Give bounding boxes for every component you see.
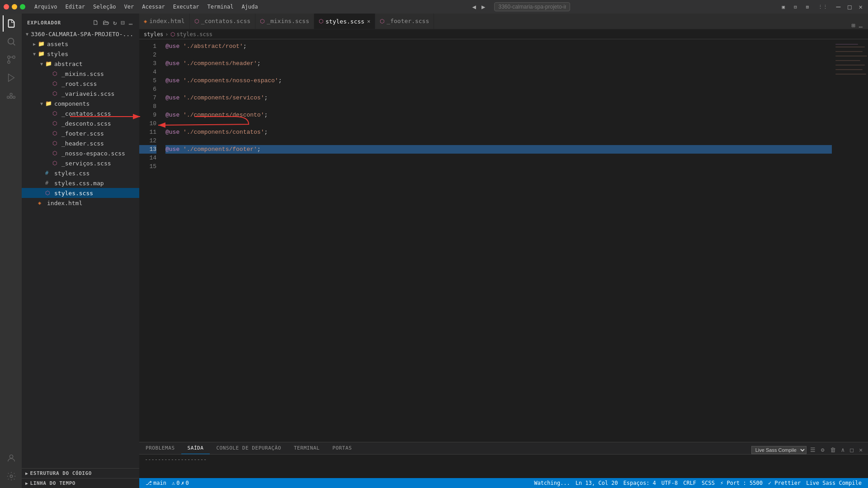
tab-mixins[interactable]: ⬡ _mixins.scss (255, 14, 314, 29)
panel-tab-portas[interactable]: PORTAS (326, 442, 358, 454)
activity-files[interactable] (3, 15, 19, 32)
panel-tab-problems-label: PROBLEMAS (146, 445, 175, 451)
section-structure[interactable]: ▶ ESTRUTURA DO CÓDIGO (22, 468, 139, 478)
nav-back-btn[interactable]: ◀ (471, 3, 478, 10)
tree-servicos[interactable]: ▶ ⬡ _serviços.scss (22, 158, 139, 168)
window-min-btn[interactable] (12, 4, 17, 9)
svg-point-4 (8, 56, 10, 59)
panel-filter-btn[interactable]: ☰ (808, 446, 817, 454)
status-spaces[interactable]: Espaços: 4 (621, 478, 659, 488)
breadcrumb-file[interactable]: ⬡ styles.scss (170, 31, 212, 38)
panel-minimize-btn[interactable]: ∧ (840, 446, 847, 454)
status-cursor[interactable]: Ln 13, Col 20 (573, 478, 621, 488)
menu-arquivo[interactable]: Arquivo (31, 3, 61, 11)
tab-contatos[interactable]: ⬡ _contatos.scss (190, 14, 256, 29)
menu-ver[interactable]: Ver (121, 3, 138, 11)
tab-close-styles-scss[interactable]: ✕ (367, 19, 370, 24)
tree-assets[interactable]: ▶ 📁 assets (22, 39, 139, 49)
status-branch[interactable]: ⎇ main (143, 478, 169, 488)
tree-variaveis[interactable]: ▶ ⬡ _variaveis.scss (22, 89, 139, 99)
tab-footer[interactable]: ⬡ _footer.scss (375, 14, 434, 29)
activity-source-control[interactable] (3, 52, 19, 68)
activity-settings[interactable] (3, 468, 19, 484)
status-live-sass[interactable]: Live Sass Compile (803, 478, 864, 488)
menu-terminal[interactable]: Terminal (204, 3, 237, 11)
status-errors[interactable]: ⚠ 0 ✗ 0 (169, 478, 192, 488)
menu-acessar[interactable]: Acessar (138, 3, 169, 11)
svg-rect-19 (835, 74, 866, 75)
code-content[interactable]: @use './abstract/root'; @use './componen… (162, 42, 832, 439)
panel-tab-console[interactable]: CONSOLE DE DEPURAÇÃO (210, 442, 287, 454)
new-file-btn[interactable]: 🗋 (91, 18, 100, 27)
search-input[interactable] (494, 2, 570, 11)
tree-styles-scss[interactable]: ▶ ⬡ styles.scss (22, 188, 139, 198)
status-port[interactable]: ⚡ Port : 5500 (717, 478, 765, 488)
tree-contatos[interactable]: ▶ ⬡ _contatos.scss (22, 108, 139, 118)
panel-maximize-btn[interactable]: □ (848, 446, 855, 454)
minimize-btn[interactable]: ─ (834, 3, 842, 11)
layout-icon-4[interactable]: ⋮⋮ (815, 3, 830, 11)
more-tabs-btn[interactable]: … (857, 22, 864, 29)
tree-abstract[interactable]: ▼ 📁 abstract (22, 59, 139, 69)
window-close-btn[interactable] (4, 4, 9, 9)
status-language[interactable]: SCSS (699, 478, 717, 488)
tab-index-html[interactable]: ◈ index.html (139, 14, 190, 29)
git-branch-icon: ⎇ (146, 480, 152, 486)
activity-debug[interactable] (3, 70, 19, 86)
tree-styles[interactable]: ▼ 📁 styles (22, 49, 139, 59)
window-controls: ▣ ⊟ ⊞ ⋮⋮ ─ □ ✕ (779, 3, 864, 11)
status-encoding[interactable]: UTF-8 (659, 478, 680, 488)
menu-selecao[interactable]: Seleção (90, 3, 120, 11)
tab-styles-scss[interactable]: ⬡ styles.scss ✕ (314, 14, 375, 29)
panel-clear-btn[interactable]: 🗑 (828, 446, 838, 454)
tree-styles-css[interactable]: ▶ # styles.css (22, 168, 139, 178)
collapse-all-btn[interactable]: ⊟ (120, 18, 126, 27)
tree-styles-css-map[interactable]: ▶ # styles.css.map (22, 178, 139, 188)
tree-arrow-styles: ▼ (31, 52, 38, 56)
activity-search[interactable] (3, 33, 19, 50)
menu-ajuda[interactable]: Ajuda (238, 3, 261, 11)
window-max-btn[interactable] (20, 4, 25, 9)
panel-settings-btn[interactable]: ⚙ (819, 446, 826, 454)
search-bar[interactable] (494, 2, 570, 11)
layout-icon-3[interactable]: ⊞ (803, 3, 812, 11)
activity-account[interactable] (3, 450, 19, 466)
tree-root[interactable]: ▼ 3360-CALMARIA-SPA-PROJETO-... (22, 29, 139, 39)
panel-tab-saida[interactable]: SAÍDA (181, 442, 210, 454)
section-timeline[interactable]: ▶ LINHA DO TEMPO (22, 478, 139, 488)
panel-tab-problems[interactable]: PROBLEMAS (139, 442, 181, 454)
menu-editar[interactable]: Editar (62, 3, 89, 11)
split-editor-btn[interactable]: ⊞ (849, 22, 857, 29)
new-folder-btn[interactable]: 🗁 (102, 18, 110, 27)
editor-content[interactable]: 12345 678910 111213 1415 @use './abstrac… (139, 39, 868, 442)
layout-icon-2[interactable]: ⊟ (791, 3, 800, 11)
status-right: Watching... Ln 13, Col 20 Espaços: 4 UTF… (531, 478, 864, 488)
close-btn[interactable]: ✕ (857, 3, 864, 10)
restore-btn[interactable]: □ (846, 3, 853, 10)
activity-extensions[interactable] (3, 88, 19, 104)
layout-icon-1[interactable]: ▣ (779, 3, 788, 11)
panel-tab-terminal[interactable]: TERMINAL (288, 442, 326, 454)
output-selector[interactable]: Live Sass Compile (751, 446, 807, 454)
tree-header[interactable]: ▶ ⬡ _header.scss (22, 138, 139, 148)
panel-close-btn[interactable]: ✕ (857, 446, 864, 454)
svg-rect-9 (13, 96, 15, 99)
status-prettier[interactable]: ✓ Prettier (765, 478, 803, 488)
code-line-14 (165, 154, 832, 162)
breadcrumb-styles[interactable]: styles (144, 31, 163, 38)
tree-root-scss[interactable]: ▶ ⬡ _root.scss (22, 79, 139, 89)
tree-desconto[interactable]: ▶ ⬡ _desconto.scss (22, 118, 139, 128)
svg-rect-12 (835, 44, 858, 45)
tree-mixins[interactable]: ▶ ⬡ _mixins.scss (22, 69, 139, 79)
status-watching[interactable]: Watching... (531, 478, 572, 488)
status-eol[interactable]: CRLF (680, 478, 699, 488)
refresh-btn[interactable]: ↻ (112, 18, 118, 27)
tree-index-html[interactable]: ▶ ◈ index.html (22, 198, 139, 208)
svg-point-10 (9, 455, 13, 458)
menu-executar[interactable]: Executar (170, 3, 203, 11)
tree-nosso-espaco[interactable]: ▶ ⬡ _nosso-espaco.scss (22, 148, 139, 158)
nav-forward-btn[interactable]: ▶ (480, 3, 487, 10)
more-actions-btn[interactable]: … (128, 18, 134, 27)
tree-components[interactable]: ▼ 📁 components (22, 99, 139, 108)
tree-footer[interactable]: ▶ ⬡ _footer.scss (22, 128, 139, 138)
